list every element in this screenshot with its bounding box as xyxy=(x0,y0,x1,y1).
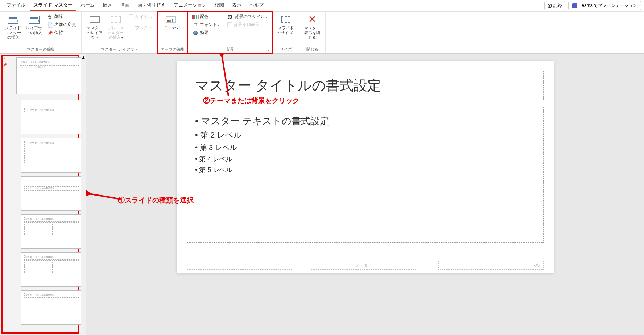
effects-button[interactable]: 効果 xyxy=(190,29,222,37)
insert-layout-button[interactable]: + レイアウトの挿入 xyxy=(24,13,44,37)
colors-label: 配色 xyxy=(200,14,211,20)
body-level-5: 第 5 レベル xyxy=(195,164,535,175)
record-button[interactable]: 記録 xyxy=(544,1,565,10)
body-level-3: 第 3 レベル xyxy=(195,142,535,154)
ribbon-group-edit-master: + スライド マスターの挿入 + レイアウトの挿入 🗑 削除 📄 名前の変更 📌 xyxy=(0,12,82,53)
fonts-button[interactable]: 亜 フォント xyxy=(190,21,222,29)
slide-master-icon: + xyxy=(7,14,19,25)
ribbon-group-background: 配色 亜 フォント 効果 🖼 背景のスタイル 背景を非表示 xyxy=(187,12,273,53)
edit-master-group-label: マスターの編集 xyxy=(3,46,78,53)
insert-slide-master-button[interactable]: + スライド マスターの挿入 xyxy=(3,13,23,42)
background-group-label: 背景 xyxy=(190,46,269,53)
menu-right: 記録 Teams でプレゼンテーション xyxy=(544,1,641,10)
title-placeholder[interactable]: マスター タイトルの書式設定 xyxy=(187,71,544,100)
menu-file[interactable]: ファイル xyxy=(3,0,29,11)
ribbon: + スライド マスターの挿入 + レイアウトの挿入 🗑 削除 📄 名前の変更 📌 xyxy=(0,12,644,54)
hide-bg-checkbox xyxy=(227,22,232,27)
pin-icon: 📌 xyxy=(3,63,7,67)
master-layout-icon xyxy=(89,14,100,25)
preserve-label: 保持 xyxy=(54,30,63,36)
svg-rect-1 xyxy=(167,20,169,22)
menu-view[interactable]: 表示 xyxy=(228,0,245,11)
effects-icon xyxy=(193,30,198,36)
ribbon-group-close: ✕ マスター表示を閉じる 閉じる xyxy=(299,12,326,53)
ribbon-group-master-layout: マスターのレイアウト プレースホルダーの挿入 タイトル フッター マスター レイ… xyxy=(82,12,158,53)
slide-size-icon xyxy=(280,14,292,25)
delete-label: 削除 xyxy=(54,14,63,20)
insert-slide-master-label: スライド マスターの挿入 xyxy=(4,26,22,40)
date-placeholder[interactable] xyxy=(187,261,292,270)
body-level-4: 第 4 レベル xyxy=(195,154,535,164)
thumbnail-scrollbar[interactable]: ▴ xyxy=(81,54,86,335)
fonts-icon: 亜 xyxy=(193,22,198,28)
menu-animation[interactable]: アニメーション xyxy=(170,0,210,11)
background-dialog-launcher[interactable]: ↘ xyxy=(267,48,271,52)
thumb-title: マスター タイトルの書式設定 xyxy=(20,60,79,64)
insert-placeholder-label: プレースホルダーの挿入 xyxy=(106,26,125,40)
menu-insert[interactable]: 挿入 xyxy=(99,0,116,11)
record-label: 記録 xyxy=(553,3,562,9)
menubar: ファイル スライド マスター ホーム 挿入 描画 画面切り替え アニメーション … xyxy=(0,0,644,12)
master-thumbnail[interactable]: マスター タイトルの書式設定 • マスターテキストの書式設定 xyxy=(16,57,82,94)
slide-number-placeholder[interactable]: ‹#› xyxy=(438,261,544,270)
layout-thumbnail[interactable]: マスター タイトルの書式設定 xyxy=(21,138,82,172)
menu-slide-master[interactable]: スライド マスター xyxy=(30,0,76,11)
layout-thumbnail[interactable]: マスター タイトルの書式設定 xyxy=(21,176,82,211)
ribbon-group-edit-theme: テーマ テーマの編集 xyxy=(158,12,187,53)
svg-rect-2 xyxy=(169,20,171,22)
theme-button[interactable]: テーマ xyxy=(161,13,181,32)
background-styles-button[interactable]: 🖼 背景のスタイル xyxy=(225,13,269,21)
menu-help[interactable]: ヘルプ xyxy=(246,0,267,11)
delete-icon: 🗑 xyxy=(47,14,53,20)
effects-label: 効果 xyxy=(200,30,211,36)
svg-rect-3 xyxy=(172,19,173,22)
teams-present-button[interactable]: Teams でプレゼンテーション xyxy=(568,1,641,10)
slide-size-button[interactable]: スライドのサイズ xyxy=(276,13,296,37)
layout-thumbnail[interactable]: マスター タイトルの書式設定 xyxy=(21,100,82,134)
title-checkbox xyxy=(129,14,133,19)
insert-layout-label: レイアウトの挿入 xyxy=(25,26,44,35)
master-layout-label: マスターのレイアウト xyxy=(85,26,104,40)
colors-button[interactable]: 配色 xyxy=(190,13,222,21)
close-master-view-button[interactable]: ✕ マスター表示を閉じる xyxy=(302,13,322,42)
menu-transition[interactable]: 画面切り替え xyxy=(134,0,169,11)
edit-theme-group-label: テーマの編集 xyxy=(161,46,185,53)
menu-home[interactable]: ホーム xyxy=(77,0,98,11)
body-placeholder[interactable]: マスター テキストの書式設定 第 2 レベル 第 3 レベル 第 4 レベル 第… xyxy=(187,107,544,243)
workspace: 1 📌 マスター タイトルの書式設定 • マスターテキストの書式設定 マスター … xyxy=(0,54,644,335)
delete-button[interactable]: 🗑 削除 xyxy=(45,13,78,21)
hide-background-row: 背景を非表示 xyxy=(225,21,269,29)
thumbnail-pane[interactable]: 1 📌 マスター タイトルの書式設定 • マスターテキストの書式設定 マスター … xyxy=(0,54,86,335)
footer-checkbox-label: フッター xyxy=(135,25,152,31)
teams-icon xyxy=(572,3,577,8)
bg-styles-icon: 🖼 xyxy=(227,14,233,20)
body-level-1: マスター テキストの書式設定 xyxy=(195,114,535,129)
fonts-label: フォント xyxy=(200,22,219,28)
layout-thumbnail[interactable]: マスター タイトルの書式設定 xyxy=(21,252,82,287)
close-group-label: 閉じる xyxy=(302,46,322,53)
slide-canvas[interactable]: マスター タイトルの書式設定 マスター テキストの書式設定 第 2 レベル 第 … xyxy=(177,61,554,273)
layout-icon: + xyxy=(28,14,40,25)
close-master-label: マスター表示を閉じる xyxy=(303,26,322,40)
body-level-2: 第 2 レベル xyxy=(195,129,535,142)
preserve-button[interactable]: 📌 保持 xyxy=(45,29,78,37)
footer-placeholder[interactable]: フッター xyxy=(311,261,416,270)
record-icon xyxy=(548,4,552,8)
ribbon-group-size: スライドのサイズ サイズ xyxy=(273,12,299,53)
title-checkbox-label: タイトル xyxy=(135,14,152,20)
colors-icon xyxy=(193,14,198,20)
master-layout-button[interactable]: マスターのレイアウト xyxy=(84,13,105,42)
thumb-body: • マスターテキストの書式設定 xyxy=(20,65,79,83)
rename-icon: 📄 xyxy=(47,22,53,28)
menu-review[interactable]: 校閲 xyxy=(211,0,228,11)
theme-label: テーマ xyxy=(164,26,178,30)
size-group-label: サイズ xyxy=(276,46,296,53)
menu-draw[interactable]: 描画 xyxy=(116,0,133,11)
bg-styles-label: 背景のスタイル xyxy=(235,14,267,20)
menu-left: ファイル スライド マスター ホーム 挿入 描画 画面切り替え アニメーション … xyxy=(3,0,267,11)
title-checkbox-row: タイトル xyxy=(127,13,154,21)
rename-button[interactable]: 📄 名前の変更 xyxy=(45,21,78,29)
slide-editor[interactable]: マスター タイトルの書式設定 マスター テキストの書式設定 第 2 レベル 第 … xyxy=(86,54,644,335)
layout-thumbnail[interactable]: マスター タイトルの書式設定 xyxy=(21,290,82,325)
layout-thumbnail[interactable]: マスター タイトルの書式設定 xyxy=(21,214,82,249)
